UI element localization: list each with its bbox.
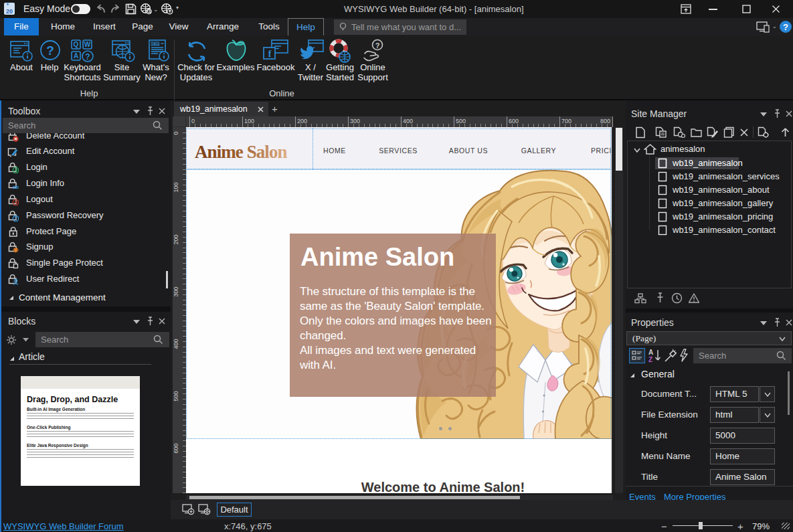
svg-text:A: A <box>648 349 653 356</box>
svg-text:f: f <box>268 49 272 59</box>
svg-text:NEWS: NEWS <box>150 41 161 46</box>
svg-text:?: ? <box>85 52 90 62</box>
svg-text:ab: ab <box>13 184 19 190</box>
svg-text:A: A <box>74 52 78 60</box>
svg-text:?: ? <box>14 215 17 221</box>
svg-text:?: ? <box>375 41 380 50</box>
svg-text:W: W <box>84 41 91 48</box>
svg-text:?: ? <box>46 43 54 58</box>
svg-text:Q: Q <box>74 41 79 48</box>
svg-text:Z: Z <box>648 356 652 363</box>
